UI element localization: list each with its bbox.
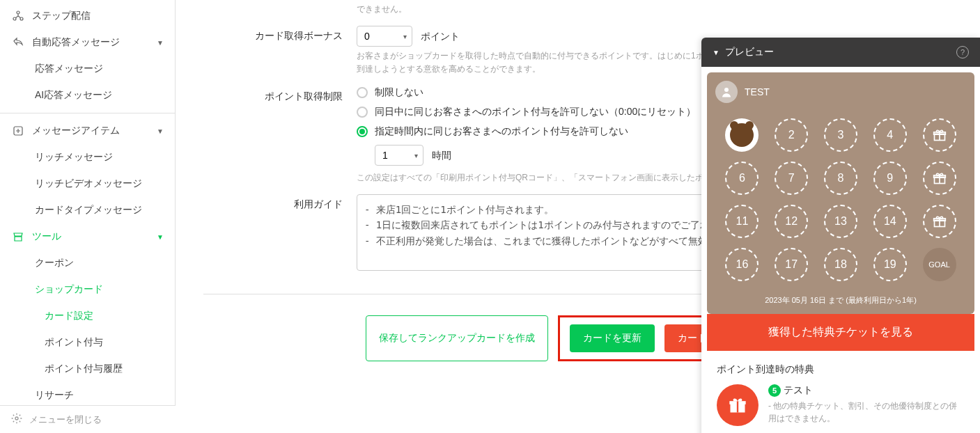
stamp: 12 bbox=[775, 205, 808, 238]
nav-label: カードタイプメッセージ bbox=[35, 204, 142, 216]
help-icon[interactable]: ? bbox=[956, 46, 969, 58]
collapse-label: メニューを閉じる bbox=[29, 414, 102, 426]
nav-label: ポイント付与 bbox=[45, 336, 103, 349]
stamp: 6 bbox=[725, 162, 759, 195]
shop-card-preview: TEST 23467891112131416171819GOAL 2023年 0… bbox=[707, 72, 974, 314]
nav-label: 応答メッセージ bbox=[35, 63, 103, 75]
reward-number: 5 bbox=[768, 384, 781, 397]
help-text: できません。 bbox=[357, 3, 952, 16]
nav-label: リッチメッセージ bbox=[35, 151, 113, 164]
nav-rich-msg[interactable]: リッチメッセージ bbox=[0, 144, 175, 171]
nav-tools[interactable]: ツール ▼ bbox=[0, 223, 175, 250]
nav-label: ショップカード bbox=[35, 283, 103, 296]
radio-label: 制限しない bbox=[375, 86, 423, 99]
reward-name: テスト bbox=[784, 384, 813, 397]
svg-rect-16 bbox=[737, 401, 738, 412]
chevron-down-icon: ▼ bbox=[157, 127, 164, 135]
radio-icon bbox=[357, 107, 368, 118]
reward-heading: ポイント到達時の特典 bbox=[717, 363, 965, 376]
reward-badge: 5 テスト bbox=[768, 384, 813, 397]
save-rankup-button[interactable]: 保存してランクアップカードを作成 bbox=[366, 315, 548, 361]
stamp: 2 bbox=[775, 118, 808, 152]
reward-desc: - 他の特典チケット、割引、その他優待制度との併用はできません。 bbox=[768, 400, 965, 425]
card-expiry: 2023年 05月 16日 まで (最終利用日から1年) bbox=[707, 292, 974, 314]
stamp bbox=[923, 162, 956, 195]
bonus-select[interactable]: 0 bbox=[357, 26, 412, 47]
stamp: 14 bbox=[873, 205, 907, 238]
stamp: 3 bbox=[824, 118, 857, 152]
nav-label: ステップ配信 bbox=[32, 10, 91, 22]
nav-ai-reply-msg[interactable]: AI応答メッセージ bbox=[0, 82, 175, 109]
nav-message-items[interactable]: メッセージアイテム ▼ bbox=[0, 118, 175, 144]
bonus-unit: ポイント bbox=[421, 31, 460, 42]
nav-label: メッセージアイテム bbox=[32, 125, 120, 137]
hierarchy-icon bbox=[11, 10, 25, 22]
reward-item: 5 テスト - 他の特典チケット、割引、その他優待制度との併用はできません。 bbox=[717, 384, 965, 426]
avatar bbox=[715, 81, 738, 103]
nav-label: リッチビデオメッセージ bbox=[35, 178, 142, 190]
label-point-limit: ポイント取得制限 bbox=[203, 86, 357, 184]
stamp bbox=[923, 205, 956, 238]
label-card-bonus: カード取得ボーナス bbox=[203, 26, 357, 76]
stamp: 9 bbox=[873, 162, 907, 195]
radio-label: 同日中に同じお客さまへのポイント付与を許可しない（0:00にリセット） bbox=[375, 106, 696, 118]
stamp: 13 bbox=[824, 205, 857, 238]
chevron-down-icon: ▼ bbox=[157, 39, 164, 47]
nav-auto-reply[interactable]: 自動応答メッセージ ▼ bbox=[0, 29, 175, 56]
nav-label: クーポン bbox=[35, 257, 74, 269]
stamp: 4 bbox=[873, 118, 907, 152]
stamps-grid: 23467891112131416171819GOAL bbox=[707, 111, 974, 292]
nav-card-settings[interactable]: カード設定 bbox=[0, 303, 175, 329]
nav-rich-video-msg[interactable]: リッチビデオメッセージ bbox=[0, 171, 175, 197]
reward-section: ポイント到達時の特典 5 テスト - 他の特典チケット、割引、その他優待制度との… bbox=[707, 351, 974, 433]
nav-shop-card[interactable]: ショップカード bbox=[0, 276, 175, 303]
nav-coupon[interactable]: クーポン bbox=[0, 250, 175, 276]
plus-box-icon bbox=[11, 125, 25, 136]
nav-point-grant[interactable]: ポイント付与 bbox=[0, 329, 175, 356]
gear-icon bbox=[11, 413, 22, 426]
store-icon bbox=[11, 231, 25, 242]
nav-label: 自動応答メッセージ bbox=[32, 36, 120, 49]
gift-icon bbox=[717, 384, 759, 426]
preview-body: TEST 23467891112131416171819GOAL 2023年 0… bbox=[701, 67, 980, 433]
stamp: 8 bbox=[824, 162, 857, 195]
stamp bbox=[725, 118, 759, 152]
label-usage-guide: 利用ガイド bbox=[203, 194, 357, 273]
nav-label: ツール bbox=[32, 230, 61, 243]
svg-point-0 bbox=[17, 11, 20, 14]
radio-icon bbox=[357, 126, 368, 137]
stamp: 16 bbox=[725, 248, 759, 281]
hours-select[interactable]: 1 bbox=[375, 145, 423, 166]
stamp: 7 bbox=[775, 162, 808, 195]
view-tickets-button[interactable]: 獲得した特典チケットを見る bbox=[707, 314, 974, 351]
preview-panel: ▼ プレビュー ? TEST 23467891112131416171819GO… bbox=[701, 38, 980, 433]
stamp: 19 bbox=[873, 248, 907, 281]
hours-unit: 時間 bbox=[432, 150, 451, 161]
nav-label: カード設定 bbox=[45, 310, 93, 322]
stamp: 11 bbox=[725, 205, 759, 238]
preview-header[interactable]: ▼ プレビュー ? bbox=[701, 38, 980, 67]
collapse-icon: ▼ bbox=[713, 49, 720, 56]
nav-label: AI応答メッセージ bbox=[35, 89, 112, 102]
nav-label: ポイント付与履歴 bbox=[45, 363, 123, 375]
svg-point-17 bbox=[15, 417, 18, 420]
stamp: 18 bbox=[824, 248, 857, 281]
nav-card-type-msg[interactable]: カードタイプメッセージ bbox=[0, 197, 175, 223]
sidebar: ステップ配信 自動応答メッセージ ▼ 応答メッセージ AI応答メッセージ メッセ… bbox=[0, 0, 176, 433]
card-name: TEST bbox=[745, 86, 770, 97]
nav-point-history[interactable]: ポイント付与履歴 bbox=[0, 356, 175, 382]
stamp: GOAL bbox=[923, 248, 956, 281]
svg-point-4 bbox=[724, 88, 729, 92]
stamp bbox=[923, 118, 956, 152]
nav-step-delivery[interactable]: ステップ配信 bbox=[0, 3, 175, 29]
preview-title: プレビュー bbox=[725, 46, 774, 58]
stamp: 17 bbox=[775, 248, 808, 281]
nav-label: リサーチ bbox=[35, 389, 74, 402]
nav-reply-msg[interactable]: 応答メッセージ bbox=[0, 56, 175, 82]
collapse-menu[interactable]: メニューを閉じる bbox=[0, 405, 176, 433]
chevron-down-icon: ▼ bbox=[157, 233, 164, 241]
reply-icon bbox=[11, 37, 25, 48]
divider bbox=[0, 113, 175, 113]
radio-icon bbox=[357, 87, 368, 98]
update-card-button[interactable]: カードを更新 bbox=[570, 324, 655, 352]
